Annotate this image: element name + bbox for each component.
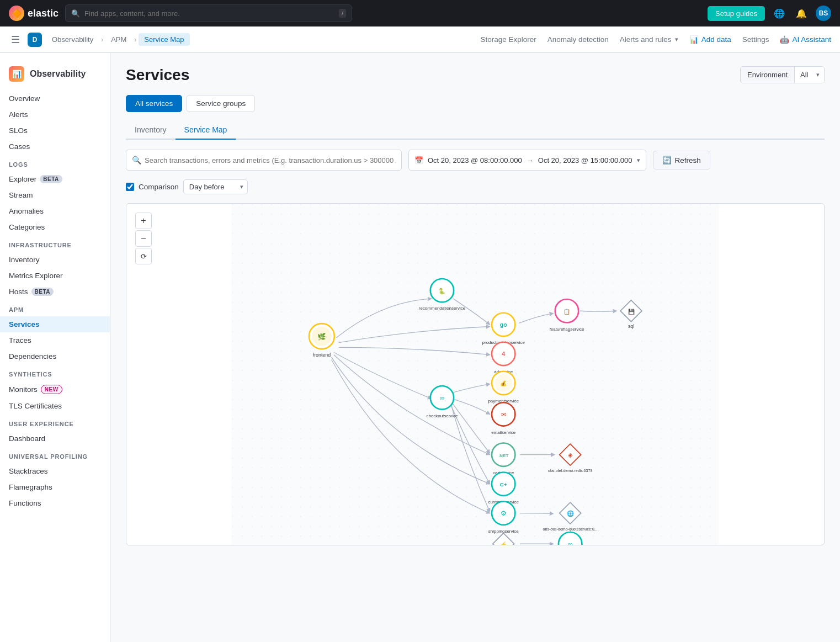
zoom-out-button[interactable]: − [135,230,152,247]
settings-link[interactable]: Settings [742,35,769,44]
comparison-checkbox[interactable] [126,183,134,191]
svg-text:obs-otel-demo-redis:6379: obs-otel-demo-redis:6379 [548,469,592,473]
svg-text:.NET: .NET [498,453,508,458]
ai-assistant-button[interactable]: 🤖 AI Assistant [780,35,831,44]
explorer-beta-badge: BETA [40,175,62,183]
global-search-input[interactable] [84,9,334,18]
node-adservice[interactable]: 4 adservice [492,342,515,375]
svg-text:featureflagservice: featureflagservice [550,327,584,332]
sidebar-item-overview[interactable]: Overview [0,91,110,107]
breadcrumb-observability[interactable]: Observability [46,33,99,46]
sidebar-section-apm: APM [0,300,110,316]
tab-inventory[interactable]: Inventory [126,121,176,140]
zoom-in-button[interactable]: + [135,213,152,229]
svg-text:C+: C+ [500,481,507,487]
svg-text:📋: 📋 [563,309,571,315]
search-input-wrap[interactable]: 🔍 [126,150,402,171]
help-icon-button[interactable]: 🌐 [772,6,787,21]
sidebar-brand: 📊 Observability [0,62,110,91]
breadcrumb-sep-2: › [134,36,136,44]
calendar-icon: 📅 [414,156,423,165]
comparison-select-wrap: Day before Week before Month before ▾ [183,179,248,194]
sidebar-item-metrics-explorer[interactable]: Metrics Explorer [0,268,110,284]
sidebar-item-slos[interactable]: SLOs [0,123,110,139]
environment-select[interactable]: All [795,67,824,83]
tab-service-groups[interactable]: Service groups [187,95,255,112]
breadcrumb-right: Storage Explorer Anomaly detection Alert… [480,35,831,44]
svg-text:💾: 💾 [628,309,635,315]
node-cartservice[interactable]: .NET cartservice [492,443,515,475]
comparison-row: Comparison Day before Week before Month … [126,179,825,194]
environment-dropdown[interactable]: All ▾ [795,67,824,83]
sidebar-item-flamegraphs[interactable]: Flamegraphs [0,479,110,495]
breadcrumb-items: Observability › APM › Service Map [46,33,190,46]
svg-rect-2 [232,204,719,545]
tab-service-map[interactable]: Service Map [176,121,236,140]
sidebar-item-explorer[interactable]: Explorer BETA [0,171,110,187]
breadcrumb-apm[interactable]: APM [105,33,132,46]
svg-text:🐍: 🐍 [438,288,446,295]
elastic-logo[interactable]: 🔶 elastic [9,6,59,21]
svg-text:obs-otel-demo-quoteservice:8..: obs-otel-demo-quoteservice:8... [543,527,598,532]
tab-all-services[interactable]: All services [126,95,182,112]
main-content: Services Environment All ▾ All services … [110,53,840,642]
search-input[interactable] [145,156,396,165]
hosts-beta-badge: BETA [31,288,54,296]
node-frontend[interactable]: 🌿 frontend [309,323,334,358]
sidebar-item-hosts[interactable]: Hosts BETA [0,284,110,300]
refresh-button[interactable]: 🔄 Refresh [653,151,710,169]
global-search-bar[interactable]: 🔍 / [65,4,352,22]
sidebar-item-stacktraces[interactable]: Stacktraces [0,463,110,479]
alerts-rules-link[interactable]: Alerts and rules ▾ [620,35,678,44]
node-emailservice[interactable]: ✉ emailservice [491,402,516,435]
sidebar-item-tls-certificates[interactable]: TLS Certificates [0,398,110,414]
sidebar: 📊 Observability Overview Alerts SLOs Cas… [0,53,110,642]
notifications-icon-button[interactable]: 🔔 [794,6,809,21]
breadcrumb-d-icon: D [28,33,42,47]
ai-assistant-label: AI Assistant [792,35,831,44]
page-title: Services [126,66,189,84]
date-to: Oct 20, 2023 @ 15:00:00.000 [538,156,632,165]
search-icon: 🔍 [132,156,141,165]
environment-label: Environment [741,67,795,83]
storage-explorer-link[interactable]: Storage Explorer [480,35,536,44]
date-range-picker[interactable]: 📅 Oct 20, 2023 @ 08:00:00.000 → Oct 20, … [408,150,646,171]
user-avatar[interactable]: BS [816,6,831,21]
ai-assistant-icon: 🤖 [780,35,789,44]
sidebar-item-cases[interactable]: Cases [0,139,110,155]
sidebar-item-dashboard[interactable]: Dashboard [0,431,110,447]
top-nav: 🔶 elastic 🔍 / Setup guides 🌐 🔔 BS [0,0,840,26]
svg-text:∞: ∞ [568,540,573,545]
map-controls: + − ⟳ [135,213,152,264]
sidebar-item-services[interactable]: Services [0,316,110,332]
sidebar-item-functions[interactable]: Functions [0,495,110,511]
breadcrumb-service-map[interactable]: Service Map [139,33,189,46]
comparison-label: Comparison [139,183,179,191]
svg-text:emailservice: emailservice [491,430,516,435]
setup-guides-button[interactable]: Setup guides [708,6,765,21]
sidebar-item-monitors[interactable]: Monitors NEW [0,381,110,398]
service-tabs: All services Service groups [126,95,825,112]
svg-text:◈: ◈ [568,452,573,458]
hamburger-menu-button[interactable]: ☰ [9,31,22,48]
sidebar-item-dependencies[interactable]: Dependencies [0,348,110,364]
search-icon: 🔍 [71,9,80,18]
date-arrow: → [527,156,534,165]
breadcrumb-bar: ☰ D Observability › APM › Service Map St… [0,26,840,53]
svg-text:⚙: ⚙ [501,510,507,517]
reset-zoom-button[interactable]: ⟳ [135,248,152,264]
sidebar-section-user-experience: User Experience [0,414,110,431]
toolbar: 🔍 📅 Oct 20, 2023 @ 08:00:00.000 → Oct 20… [126,150,825,171]
anomaly-detection-link[interactable]: Anomaly detection [547,35,609,44]
sidebar-item-stream[interactable]: Stream [0,187,110,203]
sidebar-item-categories[interactable]: Categories [0,219,110,235]
comparison-select[interactable]: Day before Week before Month before [183,179,248,194]
environment-selector: Environment All ▾ [740,66,825,83]
svg-text:4: 4 [502,351,506,357]
sidebar-item-inventory[interactable]: Inventory [0,252,110,268]
refresh-label: Refresh [675,156,701,165]
sidebar-item-traces[interactable]: Traces [0,332,110,348]
sidebar-item-anomalies[interactable]: Anomalies [0,203,110,219]
sidebar-item-alerts[interactable]: Alerts [0,107,110,123]
add-data-button[interactable]: 📊 Add data [689,35,731,44]
